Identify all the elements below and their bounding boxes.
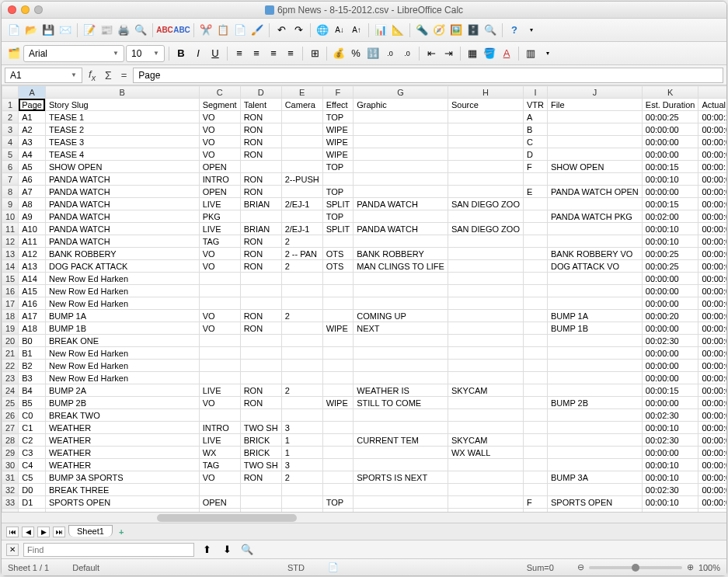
cell[interactable] xyxy=(354,484,448,496)
cell[interactable]: WX xyxy=(199,447,240,459)
cell[interactable] xyxy=(448,285,523,297)
cell[interactable]: 00:00:10 xyxy=(642,496,698,509)
find-prev-icon[interactable]: ⬆ xyxy=(199,542,214,558)
cell[interactable] xyxy=(240,161,281,173)
cell[interactable]: INTRO xyxy=(199,173,240,186)
cell[interactable]: SHOW OPEN xyxy=(547,161,642,173)
cell[interactable] xyxy=(523,223,547,235)
cell[interactable]: Page xyxy=(19,99,46,111)
cell[interactable]: A16 xyxy=(19,297,46,310)
format-paint-icon[interactable]: 🖌️ xyxy=(249,23,265,38)
cell[interactable]: 00:00:00 xyxy=(698,447,726,459)
cell[interactable] xyxy=(281,347,322,360)
cell[interactable]: TOP xyxy=(322,496,354,509)
cell[interactable]: BRIAN xyxy=(240,198,281,210)
cell[interactable] xyxy=(240,210,281,223)
cell[interactable]: B1 xyxy=(19,347,46,360)
cell[interactable] xyxy=(523,434,547,447)
cell[interactable] xyxy=(354,136,448,148)
sort-desc-icon[interactable]: A↑ xyxy=(349,23,364,38)
cell[interactable]: VO xyxy=(199,310,240,322)
cell[interactable] xyxy=(448,186,523,198)
cell[interactable]: TOP xyxy=(322,111,354,123)
cell[interactable] xyxy=(547,372,642,384)
cell[interactable] xyxy=(547,285,642,297)
cell[interactable] xyxy=(448,273,523,285)
cell[interactable] xyxy=(354,496,448,509)
cell[interactable]: WEATHER xyxy=(45,434,199,447)
cell[interactable]: 00:00:00 xyxy=(698,210,726,223)
cell[interactable] xyxy=(523,322,547,335)
cell[interactable] xyxy=(523,447,547,459)
cell[interactable]: MAN CLINGS TO LIFE xyxy=(354,260,448,273)
cell[interactable] xyxy=(448,409,523,422)
cell[interactable]: TEASE 2 xyxy=(45,123,199,136)
cell[interactable] xyxy=(199,335,240,347)
cell[interactable]: Actual Duration xyxy=(698,99,726,111)
cell[interactable] xyxy=(281,273,322,285)
cell[interactable] xyxy=(523,273,547,285)
cell[interactable] xyxy=(199,273,240,285)
remove-decimal-icon[interactable]: .0 xyxy=(399,46,415,61)
cell[interactable] xyxy=(547,136,642,148)
cell[interactable]: Effect xyxy=(322,99,354,111)
cell[interactable]: Est. Duration xyxy=(642,99,698,111)
row-header[interactable]: 29 xyxy=(2,447,19,459)
cell[interactable]: PANDA WATCH OPEN xyxy=(547,186,642,198)
cell[interactable]: 2/EJ-1 xyxy=(281,198,322,210)
cell[interactable]: 00:00:00 xyxy=(642,447,698,459)
cell[interactable]: 00:00:10 xyxy=(642,173,698,186)
column-header[interactable]: F xyxy=(322,86,354,99)
cell[interactable] xyxy=(523,173,547,186)
cell[interactable]: 00:00:00 xyxy=(698,136,726,148)
cell[interactable]: SPLIT xyxy=(322,223,354,235)
underline-icon[interactable]: U xyxy=(207,46,223,61)
cell[interactable]: Source xyxy=(448,99,523,111)
cell[interactable]: A3 xyxy=(19,136,46,148)
cell[interactable]: 00:00:00 xyxy=(698,173,726,186)
cell[interactable] xyxy=(523,210,547,223)
cell[interactable] xyxy=(354,447,448,459)
cell[interactable] xyxy=(547,123,642,136)
cell[interactable]: OTS xyxy=(322,248,354,260)
cell[interactable] xyxy=(523,310,547,322)
undo-icon[interactable]: ↶ xyxy=(273,23,289,38)
cell[interactable]: SHOW OPEN xyxy=(45,161,199,173)
cell[interactable] xyxy=(354,210,448,223)
cell[interactable] xyxy=(322,422,354,434)
cell[interactable]: File xyxy=(547,99,642,111)
cell[interactable]: PANDA WATCH xyxy=(45,235,199,248)
cell[interactable]: D0 xyxy=(19,484,46,496)
cell[interactable]: PANDA WATCH xyxy=(45,223,199,235)
row-header[interactable]: 10 xyxy=(2,210,19,223)
cell[interactable]: B3 xyxy=(19,372,46,384)
cell[interactable] xyxy=(354,273,448,285)
cell[interactable]: VO xyxy=(199,260,240,273)
cell[interactable]: 1 xyxy=(281,434,322,447)
cell[interactable] xyxy=(354,173,448,186)
cell[interactable]: 00:00:15 xyxy=(698,161,726,173)
cell[interactable] xyxy=(199,285,240,297)
cell[interactable]: OTS xyxy=(322,260,354,273)
cell[interactable] xyxy=(523,335,547,347)
row-header[interactable]: 1 xyxy=(2,99,19,111)
cell[interactable] xyxy=(322,471,354,484)
cell[interactable]: 00:00:00 xyxy=(642,372,698,384)
cell[interactable]: BUMP 1A xyxy=(45,310,199,322)
font-size-select[interactable]: 10▼ xyxy=(126,45,165,62)
cell[interactable]: 00:00:10 xyxy=(642,422,698,434)
cell[interactable]: 00:00:00 xyxy=(698,484,726,496)
cell[interactable] xyxy=(354,335,448,347)
minimize-window-icon[interactable] xyxy=(21,5,30,14)
cell[interactable]: A7 xyxy=(19,186,46,198)
cell[interactable] xyxy=(354,372,448,384)
cell[interactable]: 00:00:00 xyxy=(642,322,698,335)
column-header[interactable]: C xyxy=(199,86,240,99)
cell[interactable]: TWO SH xyxy=(240,459,281,471)
cell[interactable]: 00:00:00 xyxy=(642,397,698,409)
paste-icon[interactable]: 📄 xyxy=(232,23,248,38)
cell[interactable]: BRICK xyxy=(240,434,281,447)
next-sheet-icon[interactable]: ▶ xyxy=(37,527,50,537)
cell[interactable]: BREAK ONE xyxy=(45,335,199,347)
cell[interactable]: DOG ATTACK VO xyxy=(547,260,642,273)
